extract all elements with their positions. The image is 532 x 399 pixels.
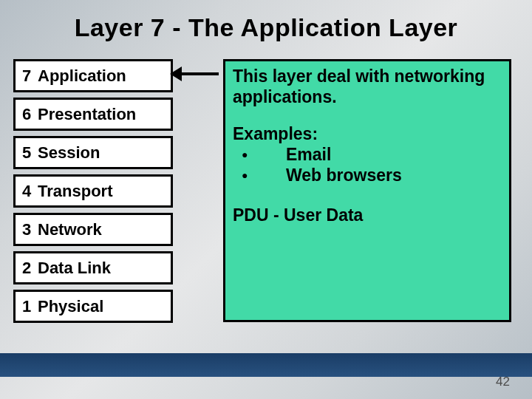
osi-layer-list: 7 Application 6 Presentation 5 Session 4… bbox=[13, 59, 173, 323]
arrow-line-icon bbox=[176, 72, 219, 75]
layer-label: Transport bbox=[38, 177, 171, 205]
pointer-arrow bbox=[173, 59, 223, 323]
layer-4-transport: 4 Transport bbox=[13, 174, 173, 208]
content-area: 7 Application 6 Presentation 5 Session 4… bbox=[13, 59, 511, 323]
layer-number: 7 bbox=[16, 61, 38, 90]
layer-label: Data Link bbox=[38, 253, 171, 282]
layer-number: 2 bbox=[16, 253, 38, 282]
layer-5-session: 5 Session bbox=[13, 136, 173, 169]
layer-label: Physical bbox=[38, 292, 171, 321]
slide-title: Layer 7 - The Application Layer bbox=[0, 0, 532, 42]
examples-block: Examples: Email Web browsers bbox=[233, 123, 503, 185]
layer-number: 3 bbox=[16, 215, 38, 244]
description-summary: This layer deal with networking applicat… bbox=[233, 66, 503, 107]
layer-7-application: 7 Application bbox=[13, 59, 173, 92]
page-number: 42 bbox=[496, 375, 510, 389]
examples-label: Examples: bbox=[233, 123, 503, 144]
examples-list: Email Web browsers bbox=[233, 144, 503, 185]
description-box: This layer deal with networking applicat… bbox=[223, 59, 511, 322]
layer-1-physical: 1 Physical bbox=[13, 290, 173, 323]
footer-bar bbox=[0, 353, 532, 377]
layer-number: 1 bbox=[16, 292, 38, 321]
pdu-text: PDU - User Data bbox=[233, 205, 503, 225]
layer-2-data-link: 2 Data Link bbox=[13, 251, 173, 284]
layer-6-presentation: 6 Presentation bbox=[13, 98, 173, 131]
example-item: Web browsers bbox=[236, 165, 503, 185]
layer-label: Presentation bbox=[38, 100, 171, 129]
example-item: Email bbox=[236, 144, 503, 165]
arrow-left-icon bbox=[170, 66, 182, 81]
layer-label: Session bbox=[38, 138, 171, 167]
layer-number: 5 bbox=[16, 138, 38, 167]
layer-label: Application bbox=[38, 61, 171, 90]
layer-label: Network bbox=[38, 215, 171, 244]
layer-number: 6 bbox=[16, 100, 38, 129]
layer-3-network: 3 Network bbox=[13, 213, 173, 246]
layer-number: 4 bbox=[16, 177, 38, 205]
